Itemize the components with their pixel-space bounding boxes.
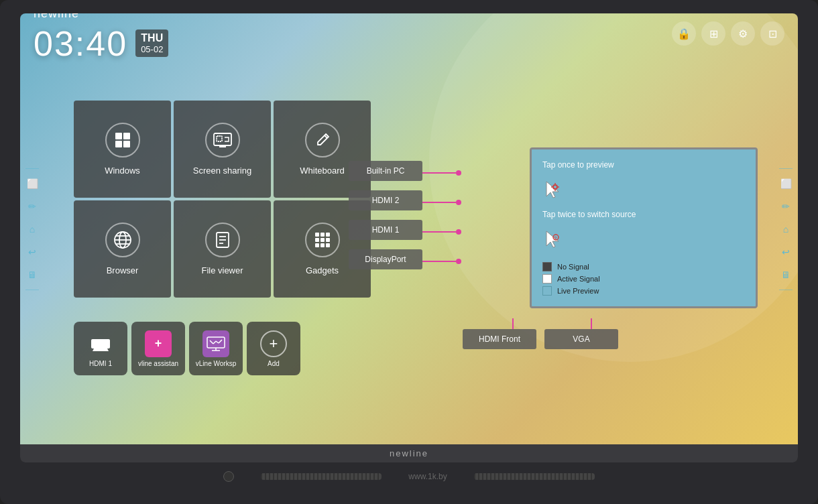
right-sidebar-pen-icon[interactable]: ✏ (776, 197, 795, 216)
clock-display: 03:40 (34, 26, 127, 61)
left-sidebar-screen-icon[interactable]: ⬜ (23, 174, 42, 193)
svg-marker-36 (546, 182, 559, 198)
hdmi1-src-button[interactable]: HDMI 1 (349, 220, 422, 240)
left-sidebar-pen-icon[interactable]: ✏ (23, 197, 42, 216)
speaker-grille-left (261, 473, 382, 480)
conn-line-3 (422, 231, 456, 233)
vline-workspace-label: vLine Worksp (196, 360, 236, 367)
svg-marker-28 (93, 349, 109, 351)
svg-point-37 (553, 185, 557, 189)
quick-item-vline-assist[interactable]: + vline assistan (131, 322, 185, 375)
legend-active-signal: Active Signal (542, 274, 745, 284)
svg-rect-0 (115, 133, 122, 139)
svg-rect-7 (217, 136, 222, 141)
left-sidebar: ⬜ ✏ ⌂ ↩ 🖥 (20, 162, 44, 297)
quick-item-hdmi1[interactable]: HDMI 1 (74, 322, 127, 375)
svg-rect-25 (320, 243, 325, 247)
settings-button[interactable]: ⚙ (731, 21, 755, 46)
tap-twice-row: Tap twice to switch source (542, 210, 745, 219)
svg-rect-19 (320, 233, 325, 237)
svg-line-35 (219, 340, 222, 343)
clock-area: 03:40 THU 05-02 (34, 26, 168, 61)
hdmi2-row: HDMI 2 (349, 190, 461, 214)
whiteboard-label: Whiteboard (300, 166, 344, 176)
right-sidebar-divider-top (779, 168, 793, 169)
app-tile-file-viewer[interactable]: File viewer (174, 200, 271, 298)
whiteboard-icon (305, 123, 340, 158)
right-sidebar-screen-icon[interactable]: ⬜ (776, 174, 795, 193)
svg-rect-1 (123, 133, 130, 139)
monitor-outer: newline 03:40 THU 05-02 🔒 ⊞ (0, 0, 818, 504)
vert-conn-line (512, 318, 514, 329)
lock-button[interactable]: 🔒 (672, 21, 696, 46)
conn-dot-2 (456, 200, 461, 205)
svg-rect-18 (315, 233, 319, 237)
display-button[interactable]: ⊞ (701, 21, 725, 46)
legend-live-preview: Live Preview (542, 286, 745, 296)
app-tile-screen-sharing[interactable]: Screen sharing (174, 101, 271, 198)
conn-dot-4 (456, 259, 461, 264)
hdmi1-icon (87, 330, 114, 357)
vline-assist-icon: + (145, 330, 172, 357)
photo-button[interactable]: ⊡ (760, 21, 784, 46)
conn-dot-3 (456, 229, 461, 235)
svg-text:2: 2 (554, 235, 557, 241)
right-sidebar-divider-bottom (779, 290, 793, 290)
legend-box-live-preview (542, 286, 552, 296)
svg-rect-22 (320, 238, 325, 242)
right-sidebar-undo-icon[interactable]: ↩ (776, 243, 795, 261)
left-sidebar-home-icon[interactable]: ⌂ (23, 220, 42, 239)
left-sidebar-divider-bottom (25, 290, 39, 290)
vga-button[interactable]: VGA (544, 329, 618, 349)
svg-line-32 (210, 340, 213, 344)
vert-conn-line-2 (591, 318, 592, 329)
app-tile-windows[interactable]: Windows (74, 101, 171, 198)
hdmi1-label: HDMI 1 (89, 360, 112, 367)
hdmi-front-button[interactable]: HDMI Front (463, 329, 536, 349)
top-right-icons: 🔒 ⊞ ⚙ ⊡ (672, 21, 784, 46)
browser-icon (105, 223, 140, 257)
cursor-row-2: 2 (542, 227, 745, 251)
hdmi2-button[interactable]: HDMI 2 (349, 190, 422, 210)
screen-sharing-icon (205, 123, 240, 158)
svg-rect-3 (123, 141, 130, 147)
tap-once-text: Tap once to preview (542, 160, 614, 170)
tap-twice-text: Tap twice to switch source (542, 210, 636, 219)
bottom-source-row: HDMI Front VGA (463, 318, 618, 353)
hdmi-front-col: HDMI Front (463, 318, 536, 353)
gadgets-label: Gadgets (306, 265, 339, 275)
clock-date: 05-02 (141, 44, 163, 54)
vline-workspace-icon (202, 330, 229, 357)
svg-rect-2 (115, 141, 122, 147)
built-in-pc-row: Built-in PC (349, 161, 461, 185)
add-icon: + (260, 330, 287, 357)
add-label: Add (268, 360, 280, 367)
hdmi1-src-row: HDMI 1 (349, 220, 461, 244)
quick-item-vline-workspace[interactable]: vLine Worksp (189, 322, 243, 375)
conn-line-2 (422, 202, 456, 203)
app-tile-browser[interactable]: Browser (74, 200, 171, 298)
preview-popup: Tap once to preview (530, 147, 758, 308)
legend-active-signal-text: Active Signal (557, 275, 600, 283)
tap-once-row: Tap once to preview (542, 160, 745, 170)
conn-dot-1 (456, 170, 461, 176)
camera-dot (223, 471, 234, 482)
svg-rect-23 (326, 238, 330, 242)
monitor-brand: newline (390, 448, 428, 458)
left-sidebar-monitor-icon[interactable]: 🖥 (23, 265, 42, 284)
built-in-pc-button[interactable]: Built-in PC (349, 161, 422, 181)
displayport-button[interactable]: DisplayPort (349, 249, 422, 269)
legend-no-signal: No Signal (542, 262, 745, 271)
right-sidebar-monitor-icon[interactable]: 🖥 (776, 265, 795, 284)
quick-item-add[interactable]: + Add (247, 322, 300, 375)
left-sidebar-undo-icon[interactable]: ↩ (23, 243, 42, 261)
svg-rect-29 (207, 337, 225, 348)
legend-box-no-signal (542, 262, 552, 271)
preview-legend: No Signal Active Signal Live Preview (542, 262, 745, 296)
vga-col: VGA (544, 318, 618, 353)
quick-launch-bar: HDMI 1 + vline assistan (74, 322, 300, 375)
cursor-row-1 (542, 178, 745, 202)
legend-box-active-signal (542, 274, 552, 284)
legend-live-preview-text: Live Preview (557, 287, 599, 295)
right-sidebar-home-icon[interactable]: ⌂ (776, 220, 795, 239)
